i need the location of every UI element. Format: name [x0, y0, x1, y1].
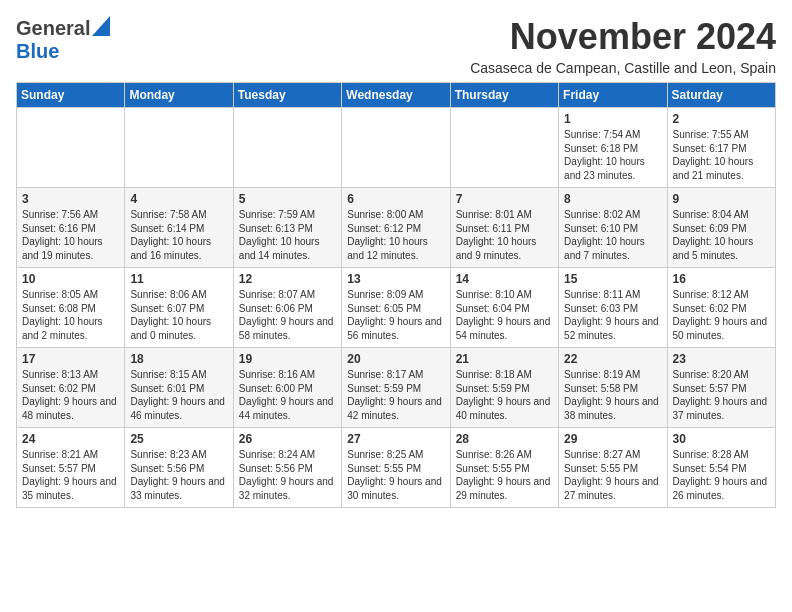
day-number: 12: [239, 272, 336, 286]
day-info: Sunrise: 8:00 AM: [347, 208, 444, 222]
calendar-cell: [17, 108, 125, 188]
day-info: Daylight: 9 hours and 46 minutes.: [130, 395, 227, 422]
day-info: Sunset: 6:17 PM: [673, 142, 770, 156]
day-info: Sunset: 6:00 PM: [239, 382, 336, 396]
calendar-cell: 23Sunrise: 8:20 AMSunset: 5:57 PMDayligh…: [667, 348, 775, 428]
day-info: Sunrise: 8:01 AM: [456, 208, 553, 222]
day-info: Sunset: 6:14 PM: [130, 222, 227, 236]
calendar-cell: 3Sunrise: 7:56 AMSunset: 6:16 PMDaylight…: [17, 188, 125, 268]
day-info: Sunset: 6:11 PM: [456, 222, 553, 236]
title-area: November 2024 Casaseca de Campean, Casti…: [470, 16, 776, 76]
calendar-cell: 1Sunrise: 7:54 AMSunset: 6:18 PMDaylight…: [559, 108, 667, 188]
day-number: 6: [347, 192, 444, 206]
logo-triangle-icon: [92, 16, 110, 36]
calendar-week-4: 17Sunrise: 8:13 AMSunset: 6:02 PMDayligh…: [17, 348, 776, 428]
day-info: Sunrise: 7:59 AM: [239, 208, 336, 222]
day-info: Daylight: 10 hours and 5 minutes.: [673, 235, 770, 262]
day-info: Daylight: 9 hours and 42 minutes.: [347, 395, 444, 422]
day-info: Daylight: 9 hours and 30 minutes.: [347, 475, 444, 502]
day-info: Sunset: 6:13 PM: [239, 222, 336, 236]
day-info: Sunset: 5:55 PM: [456, 462, 553, 476]
calendar-table: SundayMondayTuesdayWednesdayThursdayFrid…: [16, 82, 776, 508]
day-info: Daylight: 10 hours and 14 minutes.: [239, 235, 336, 262]
day-info: Daylight: 9 hours and 29 minutes.: [456, 475, 553, 502]
calendar-cell: 14Sunrise: 8:10 AMSunset: 6:04 PMDayligh…: [450, 268, 558, 348]
day-number: 17: [22, 352, 119, 366]
day-info: Daylight: 10 hours and 16 minutes.: [130, 235, 227, 262]
day-info: Sunrise: 8:28 AM: [673, 448, 770, 462]
day-number: 7: [456, 192, 553, 206]
day-number: 18: [130, 352, 227, 366]
day-info: Sunrise: 8:10 AM: [456, 288, 553, 302]
calendar-cell: 21Sunrise: 8:18 AMSunset: 5:59 PMDayligh…: [450, 348, 558, 428]
calendar-cell: 15Sunrise: 8:11 AMSunset: 6:03 PMDayligh…: [559, 268, 667, 348]
header: General Blue November 2024 Casaseca de C…: [16, 16, 776, 76]
day-number: 4: [130, 192, 227, 206]
day-info: Sunrise: 8:18 AM: [456, 368, 553, 382]
day-info: Daylight: 10 hours and 12 minutes.: [347, 235, 444, 262]
day-info: Sunset: 6:02 PM: [22, 382, 119, 396]
day-info: Sunrise: 7:55 AM: [673, 128, 770, 142]
day-info: Sunset: 5:59 PM: [347, 382, 444, 396]
day-number: 11: [130, 272, 227, 286]
day-info: Daylight: 9 hours and 48 minutes.: [22, 395, 119, 422]
calendar-cell: 27Sunrise: 8:25 AMSunset: 5:55 PMDayligh…: [342, 428, 450, 508]
day-number: 20: [347, 352, 444, 366]
calendar-week-5: 24Sunrise: 8:21 AMSunset: 5:57 PMDayligh…: [17, 428, 776, 508]
day-info: Sunset: 6:06 PM: [239, 302, 336, 316]
day-info: Daylight: 9 hours and 38 minutes.: [564, 395, 661, 422]
day-info: Daylight: 10 hours and 9 minutes.: [456, 235, 553, 262]
day-number: 23: [673, 352, 770, 366]
day-info: Sunrise: 8:11 AM: [564, 288, 661, 302]
calendar-cell: 7Sunrise: 8:01 AMSunset: 6:11 PMDaylight…: [450, 188, 558, 268]
calendar-cell: 11Sunrise: 8:06 AMSunset: 6:07 PMDayligh…: [125, 268, 233, 348]
logo-general-text: General: [16, 17, 90, 40]
calendar-cell: 9Sunrise: 8:04 AMSunset: 6:09 PMDaylight…: [667, 188, 775, 268]
calendar-cell: 6Sunrise: 8:00 AMSunset: 6:12 PMDaylight…: [342, 188, 450, 268]
day-info: Sunrise: 8:06 AM: [130, 288, 227, 302]
dow-header-thursday: Thursday: [450, 83, 558, 108]
calendar-cell: 10Sunrise: 8:05 AMSunset: 6:08 PMDayligh…: [17, 268, 125, 348]
day-number: 30: [673, 432, 770, 446]
day-info: Sunset: 6:04 PM: [456, 302, 553, 316]
day-info: Daylight: 10 hours and 19 minutes.: [22, 235, 119, 262]
calendar-cell: 16Sunrise: 8:12 AMSunset: 6:02 PMDayligh…: [667, 268, 775, 348]
calendar-cell: [342, 108, 450, 188]
day-info: Sunrise: 8:27 AM: [564, 448, 661, 462]
dow-header-sunday: Sunday: [17, 83, 125, 108]
day-info: Sunset: 6:02 PM: [673, 302, 770, 316]
calendar-cell: 26Sunrise: 8:24 AMSunset: 5:56 PMDayligh…: [233, 428, 341, 508]
calendar-cell: [450, 108, 558, 188]
day-number: 22: [564, 352, 661, 366]
day-info: Sunrise: 8:23 AM: [130, 448, 227, 462]
day-info: Daylight: 10 hours and 23 minutes.: [564, 155, 661, 182]
day-info: Sunrise: 8:04 AM: [673, 208, 770, 222]
day-number: 21: [456, 352, 553, 366]
calendar-cell: 29Sunrise: 8:27 AMSunset: 5:55 PMDayligh…: [559, 428, 667, 508]
day-number: 16: [673, 272, 770, 286]
day-info: Daylight: 10 hours and 7 minutes.: [564, 235, 661, 262]
day-info: Daylight: 10 hours and 2 minutes.: [22, 315, 119, 342]
day-info: Daylight: 9 hours and 52 minutes.: [564, 315, 661, 342]
calendar-cell: 2Sunrise: 7:55 AMSunset: 6:17 PMDaylight…: [667, 108, 775, 188]
day-info: Sunrise: 8:12 AM: [673, 288, 770, 302]
calendar-cell: 17Sunrise: 8:13 AMSunset: 6:02 PMDayligh…: [17, 348, 125, 428]
logo: General Blue: [16, 16, 110, 63]
day-info: Sunset: 6:03 PM: [564, 302, 661, 316]
dow-header-friday: Friday: [559, 83, 667, 108]
day-number: 10: [22, 272, 119, 286]
day-info: Sunset: 5:54 PM: [673, 462, 770, 476]
day-number: 3: [22, 192, 119, 206]
day-info: Sunset: 5:59 PM: [456, 382, 553, 396]
day-info: Daylight: 9 hours and 40 minutes.: [456, 395, 553, 422]
day-info: Daylight: 9 hours and 33 minutes.: [130, 475, 227, 502]
dow-header-wednesday: Wednesday: [342, 83, 450, 108]
day-info: Daylight: 9 hours and 35 minutes.: [22, 475, 119, 502]
day-number: 28: [456, 432, 553, 446]
day-number: 19: [239, 352, 336, 366]
day-info: Daylight: 9 hours and 37 minutes.: [673, 395, 770, 422]
calendar-week-1: 1Sunrise: 7:54 AMSunset: 6:18 PMDaylight…: [17, 108, 776, 188]
day-info: Sunrise: 8:24 AM: [239, 448, 336, 462]
day-number: 24: [22, 432, 119, 446]
day-info: Sunrise: 8:05 AM: [22, 288, 119, 302]
